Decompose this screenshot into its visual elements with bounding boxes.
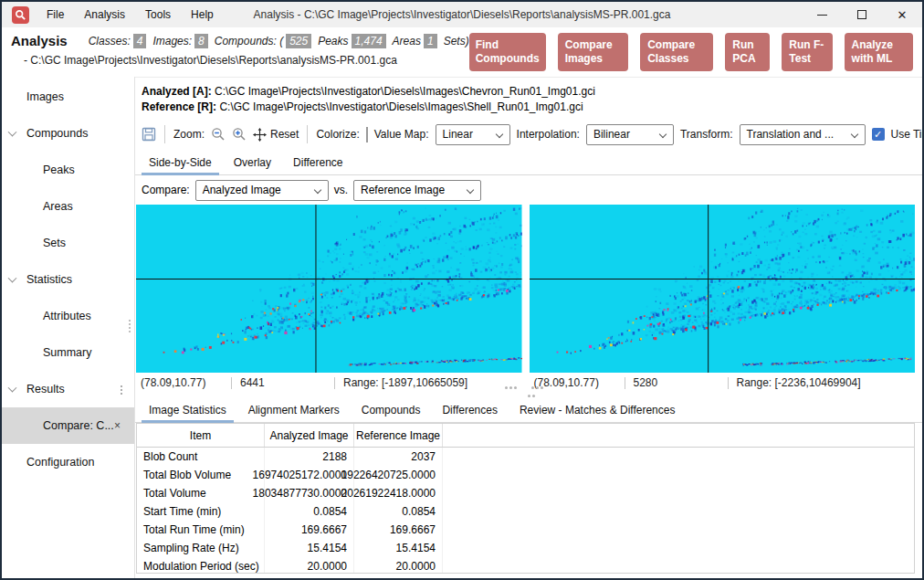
toolbar-separator <box>164 125 165 143</box>
sidebar-item-statistics[interactable]: Statistics <box>2 261 134 298</box>
menu-tools[interactable]: Tools <box>135 2 181 27</box>
stat-count-badge: 1,474 <box>352 34 386 48</box>
menu-help[interactable]: Help <box>181 2 224 27</box>
sidebar-item-summary[interactable]: Summary <box>2 334 134 371</box>
stat-value-cell: 169.6667 <box>354 521 443 539</box>
more-options-icon[interactable] <box>121 389 122 391</box>
tab-side-by-side[interactable]: Side-by-Side <box>138 151 223 174</box>
stat-value-cell: 0.0854 <box>354 502 443 521</box>
column-header-reference-image[interactable]: Reference Image <box>354 424 443 447</box>
sidebar-item-images[interactable]: Images <box>2 79 134 115</box>
close-icon[interactable]: × <box>114 419 121 432</box>
tab-differences[interactable]: Differences <box>431 398 508 422</box>
row-filler <box>443 484 914 502</box>
compare-classes-button[interactable]: Compare Classes <box>640 33 713 71</box>
compare-right-select[interactable]: Reference Image <box>353 180 481 201</box>
reference-image-panel[interactable] <box>530 205 916 373</box>
run-pca-button[interactable]: Run PCA <box>725 33 770 71</box>
find-compounds-button[interactable]: Find Compounds <box>469 33 546 71</box>
table-row[interactable]: Blob Count21882037 <box>137 448 914 466</box>
reference-image-label: Reference [R]: <box>142 100 216 113</box>
analyze-with-ml-button[interactable]: Analyze with ML <box>845 33 913 71</box>
table-row[interactable]: Start Time (min)0.08540.0854 <box>137 502 914 521</box>
table-row[interactable]: Sampling Rate (Hz)15.415415.4154 <box>137 539 914 557</box>
compare-label: Compare: <box>142 184 190 196</box>
cursor-coordinates: (78.09,10.77) <box>136 376 231 389</box>
reference-image-path: C:\GC Image\Projects\Investigator\Diesel… <box>219 100 583 113</box>
table-row[interactable]: Total Volume18034877730.000020261922418.… <box>137 484 914 502</box>
analyzed-image-panel[interactable] <box>136 205 522 373</box>
sidebar-item-peaks[interactable]: Peaks <box>2 152 134 188</box>
chevron-down-icon[interactable] <box>8 274 17 283</box>
tab-review-matches-differences[interactable]: Review - Matches & Differences <box>509 398 687 422</box>
table-header-row: ItemAnalyzed ImageReference Image <box>137 424 914 448</box>
chevron-down-icon[interactable] <box>8 384 17 393</box>
sidebar-item-attributes[interactable]: Attributes <box>2 298 134 334</box>
value-map-select[interactable]: Linear <box>436 124 510 145</box>
tab-compounds[interactable]: Compounds <box>351 398 432 422</box>
stat-value-cell: 169.6667 <box>265 521 354 539</box>
minimize-button[interactable] <box>802 2 842 27</box>
transform-select[interactable]: Translation and ... <box>740 124 866 145</box>
menu-bar: FileAnalysisToolsHelp <box>37 2 224 27</box>
splitter-grip[interactable] <box>531 386 534 389</box>
reference-image-status-bar: (78.09,10.77)5280Range: [-2236,10469904] <box>530 373 916 393</box>
stat-value-cell: 20.0000 <box>265 557 354 574</box>
reset-view-button[interactable]: Reset <box>253 128 299 142</box>
stat-value-cell: 0.0854 <box>265 502 354 521</box>
stat-count-badge: 4 <box>133 34 147 48</box>
save-button[interactable] <box>142 127 156 142</box>
sidebar-item-label: Peaks <box>43 163 75 176</box>
stat-item-cell: Total Run Time (min) <box>137 521 265 539</box>
row-filler <box>443 502 914 521</box>
checkmark-icon: ✓ <box>874 129 882 141</box>
sidebar-item-sets[interactable]: Sets <box>2 225 134 261</box>
column-header-filler <box>443 424 914 447</box>
use-time-scale-checkbox[interactable]: ✓ <box>872 128 885 141</box>
sidebar-item-areas[interactable]: Areas <box>2 188 134 225</box>
table-row[interactable]: Modulation Period (sec)20.000020.0000 <box>137 557 914 574</box>
table-row[interactable]: Total Run Time (min)169.6667169.6667 <box>137 521 914 539</box>
sidebar-item-label: Configuration <box>26 456 94 469</box>
sidebar-item-compounds[interactable]: Compounds <box>2 115 134 152</box>
sidebar-item-compare-c[interactable]: Compare: C...× <box>2 407 134 444</box>
column-header-item[interactable]: Item <box>137 424 265 447</box>
stat-value-cell: 19226420725.0000 <box>354 466 443 484</box>
tab-overlay[interactable]: Overlay <box>223 151 282 174</box>
menu-file[interactable]: File <box>37 2 74 27</box>
stat-label: Compounds: ( <box>215 35 283 47</box>
zoom-label: Zoom: <box>173 128 205 141</box>
chevron-down-icon[interactable] <box>8 128 17 137</box>
toolbar-separator <box>307 125 308 143</box>
sidebar-item-results[interactable]: Results <box>2 371 134 407</box>
tab-alignment-markers[interactable]: Alignment Markers <box>237 398 351 422</box>
row-filler <box>443 466 914 484</box>
close-button[interactable]: ✕ <box>882 2 922 27</box>
use-time-scale-label: Use Time Scale <box>891 128 924 141</box>
compare-left-select[interactable]: Analyzed Image <box>195 180 329 201</box>
sidebar-item-label: Sets <box>43 237 66 249</box>
value-range: Range: [-2236,10469904] <box>729 376 861 389</box>
column-header-analyzed-image[interactable]: Analyzed Image <box>265 424 354 447</box>
maximize-button[interactable] <box>842 2 882 27</box>
colorize-palette-icon[interactable] <box>366 127 368 142</box>
tab-image-statistics[interactable]: Image Statistics <box>138 398 237 422</box>
splitter-grip[interactable] <box>505 386 508 389</box>
analysis-file-path: - C:\GC Image\Projects\Investigator\Dies… <box>24 54 469 67</box>
zoom-in-button[interactable] <box>232 127 247 142</box>
zoom-out-button[interactable] <box>211 127 226 142</box>
action-buttons: Find CompoundsCompare ImagesCompare Clas… <box>469 27 922 77</box>
table-row[interactable]: Total Blob Volume16974025172.00001922642… <box>137 466 914 484</box>
menu-analysis[interactable]: Analysis <box>74 2 135 27</box>
run-f-test-button[interactable]: Run F-Test <box>782 33 832 71</box>
compare-images-button[interactable]: Compare Images <box>558 33 629 71</box>
interpolation-select[interactable]: Bilinear <box>586 124 674 145</box>
sidebar-item-configuration[interactable]: Configuration <box>2 444 134 480</box>
image-paths-info: Analyzed [A]: C:\GC Image\Projects\Inves… <box>135 78 922 118</box>
tab-difference[interactable]: Difference <box>282 151 353 174</box>
sidebar-item-label: Summary <box>43 346 91 359</box>
pixel-value: 6441 <box>232 376 334 389</box>
horizontal-splitter-grip[interactable] <box>528 395 530 397</box>
image-statistics-table: ItemAnalyzed ImageReference ImageBlob Co… <box>136 423 915 574</box>
analyzed-image-label: Analyzed [A]: <box>142 85 212 98</box>
